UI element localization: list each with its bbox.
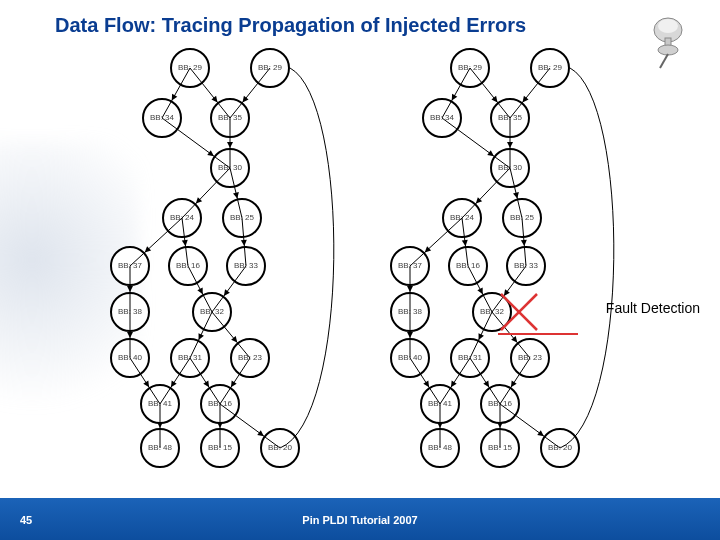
svg-point-3 <box>658 45 678 55</box>
svg-line-4 <box>660 54 668 68</box>
svg-marker-42 <box>203 381 209 388</box>
svg-line-51 <box>442 68 470 118</box>
svg-marker-90 <box>511 381 517 388</box>
svg-marker-8 <box>211 96 217 103</box>
svg-line-87 <box>470 358 500 404</box>
svg-line-85 <box>440 358 470 404</box>
svg-marker-68 <box>462 240 468 246</box>
edges-right <box>380 40 640 480</box>
svg-line-7 <box>190 68 230 118</box>
fault-x-mark <box>497 290 541 334</box>
svg-line-53 <box>470 68 510 118</box>
svg-line-41 <box>190 358 220 404</box>
svg-marker-78 <box>407 332 413 338</box>
svg-line-37 <box>130 358 160 404</box>
diagram-right: BB: 29BB: 29BB: 34BB: 35BB: 30BB: 24BB: … <box>380 40 640 480</box>
svg-line-65 <box>410 218 462 266</box>
svg-line-35 <box>212 312 250 358</box>
pushpin-icon <box>640 10 700 70</box>
svg-marker-54 <box>491 96 497 103</box>
svg-marker-40 <box>171 381 177 388</box>
svg-marker-32 <box>127 332 133 338</box>
svg-marker-38 <box>143 381 149 388</box>
svg-marker-56 <box>522 96 528 103</box>
svg-line-29 <box>212 266 246 312</box>
svg-marker-88 <box>483 381 489 388</box>
svg-marker-84 <box>423 381 429 388</box>
svg-marker-86 <box>451 381 457 388</box>
svg-marker-14 <box>227 142 233 148</box>
svg-marker-92 <box>437 422 443 428</box>
svg-marker-46 <box>157 422 163 428</box>
svg-line-11 <box>162 118 230 168</box>
svg-marker-24 <box>241 240 247 246</box>
svg-marker-18 <box>233 192 239 199</box>
svg-marker-64 <box>513 192 519 199</box>
diagram-left: BB: 29BB: 29BB: 34BB: 35BB: 30BB: 24BB: … <box>100 40 360 480</box>
svg-line-15 <box>182 168 230 218</box>
footer-text: Pin PLDI Tutorial 2007 <box>0 514 720 526</box>
edges-left <box>100 40 360 480</box>
svg-line-95 <box>500 404 560 448</box>
svg-marker-50 <box>257 430 264 436</box>
svg-marker-30 <box>224 289 230 296</box>
svg-marker-48 <box>217 422 223 428</box>
slide-title: Data Flow: Tracing Propagation of Inject… <box>55 14 526 37</box>
svg-marker-72 <box>407 286 413 292</box>
svg-marker-94 <box>497 422 503 428</box>
svg-point-1 <box>658 19 678 33</box>
fault-detection-label: Fault Detection <box>606 300 700 316</box>
svg-marker-58 <box>487 150 494 156</box>
svg-marker-22 <box>182 240 188 246</box>
svg-marker-12 <box>207 150 214 156</box>
svg-marker-26 <box>127 286 133 292</box>
svg-marker-10 <box>242 96 248 103</box>
svg-line-43 <box>220 358 250 404</box>
svg-line-49 <box>220 404 280 448</box>
svg-line-55 <box>510 68 550 118</box>
svg-line-57 <box>442 118 510 168</box>
svg-marker-44 <box>231 381 237 388</box>
svg-line-39 <box>160 358 190 404</box>
svg-line-89 <box>500 358 530 404</box>
svg-line-83 <box>410 358 440 404</box>
svg-line-61 <box>462 168 510 218</box>
svg-marker-60 <box>507 142 513 148</box>
svg-line-19 <box>130 218 182 266</box>
svg-marker-96 <box>537 430 544 436</box>
svg-line-9 <box>230 68 270 118</box>
svg-marker-70 <box>521 240 527 246</box>
svg-line-5 <box>162 68 190 118</box>
